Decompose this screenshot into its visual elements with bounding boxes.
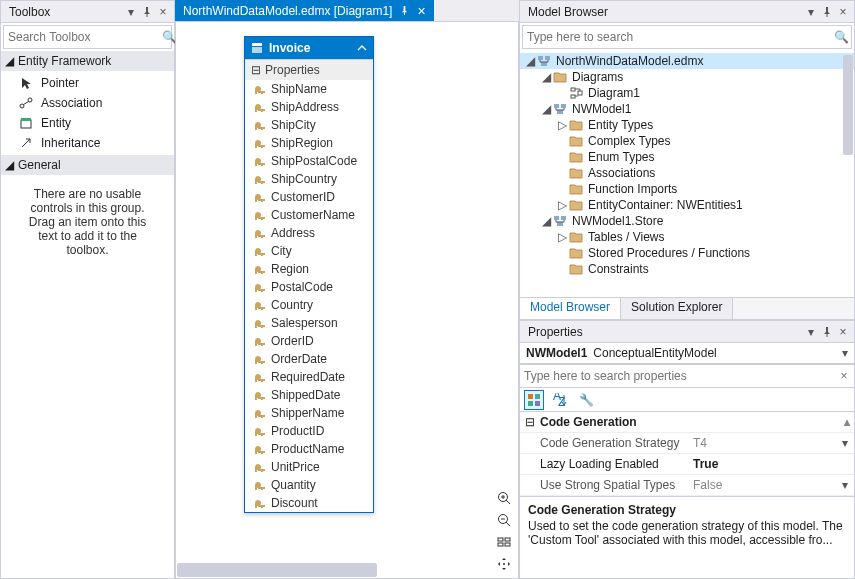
property-row[interactable]: Use Strong Spatial TypesFalse▾ [520, 475, 854, 496]
entity-property[interactable]: ShippedDate [245, 386, 373, 404]
collapse-icon[interactable]: ⊟ [524, 415, 536, 429]
expand-icon[interactable]: ◢ [5, 54, 14, 68]
toolbox-item[interactable]: Entity [1, 113, 174, 133]
expand-icon[interactable]: ◢ [540, 70, 552, 84]
collapse-icon[interactable]: ⊟ [251, 63, 261, 77]
diagram-canvas[interactable]: Invoice ⊟ Properties ShipNameShipAddress… [175, 22, 519, 579]
panel-tab[interactable]: Solution Explorer [621, 298, 733, 319]
entity-property[interactable]: UnitPrice [245, 458, 373, 476]
alphabetical-icon[interactable]: AZ [550, 390, 570, 410]
properties-search[interactable]: × [520, 364, 854, 388]
categorized-icon[interactable] [524, 390, 544, 410]
entity-property[interactable]: ProductID [245, 422, 373, 440]
toolbox-group-header[interactable]: ◢Entity Framework [1, 51, 174, 71]
tree-item[interactable]: Function Imports [520, 181, 854, 197]
model-browser-search-input[interactable] [523, 30, 831, 44]
expand-icon[interactable]: ▷ [556, 118, 568, 132]
tree-item[interactable]: Stored Procedures / Functions [520, 245, 854, 261]
expand-icon[interactable]: ◢ [5, 158, 14, 172]
collapse-icon[interactable] [357, 43, 367, 53]
properties-search-input[interactable] [520, 369, 834, 383]
close-icon[interactable]: × [836, 5, 850, 19]
entity-property[interactable]: ShipName [245, 80, 373, 98]
toolbox-item[interactable]: Pointer [1, 73, 174, 93]
property-row[interactable]: Code Generation StrategyT4▾ [520, 433, 854, 454]
toolbox-item[interactable]: Inheritance [1, 133, 174, 153]
entity-property[interactable]: RequiredDate [245, 368, 373, 386]
expand-icon[interactable]: ◢ [540, 214, 552, 228]
entity-property[interactable]: Address [245, 224, 373, 242]
tree-item[interactable]: Enum Types [520, 149, 854, 165]
close-icon[interactable]: × [417, 3, 425, 19]
document-tab[interactable]: NorthWindDataModel.edmx [Diagram1] × [175, 0, 434, 21]
tree-item[interactable]: ◢NorthWindDataModel.edmx [520, 53, 854, 69]
dropdown-icon[interactable]: ▾ [842, 436, 848, 450]
properties-object-selector[interactable]: NWModel1 ConceptualEntityModel ▾ [520, 343, 854, 364]
tree-item[interactable]: ▷Tables / Views [520, 229, 854, 245]
search-icon[interactable]: 🔍 [831, 30, 851, 44]
dropdown-icon[interactable]: ▾ [842, 346, 848, 360]
entity-property[interactable]: PostalCode [245, 278, 373, 296]
property-value[interactable]: T4▾ [687, 433, 854, 453]
pin-icon[interactable] [820, 5, 834, 19]
close-icon[interactable]: × [156, 5, 170, 19]
pin-icon[interactable] [400, 6, 409, 15]
entity-property[interactable]: City [245, 242, 373, 260]
entity-property[interactable]: Discount [245, 494, 373, 512]
tree-item[interactable]: Associations [520, 165, 854, 181]
tree-item[interactable]: ▷EntityContainer: NWEntities1 [520, 197, 854, 213]
entity-property[interactable]: CustomerName [245, 206, 373, 224]
tree-item[interactable]: ▷Entity Types [520, 117, 854, 133]
dropdown-icon[interactable]: ▾ [804, 5, 818, 19]
entity-property[interactable]: Quantity [245, 476, 373, 494]
entity-property[interactable]: ShipCountry [245, 170, 373, 188]
property-category-row[interactable]: ⊟ Code Generation ▴ [520, 412, 854, 433]
zoom-in-icon[interactable] [496, 490, 512, 506]
entity-property[interactable]: ProductName [245, 440, 373, 458]
expand-icon[interactable]: ◢ [540, 102, 552, 116]
clear-icon[interactable]: × [834, 369, 854, 383]
dropdown-icon[interactable]: ▾ [804, 325, 818, 339]
property-row[interactable]: Lazy Loading EnabledTrue [520, 454, 854, 475]
wrench-icon[interactable]: 🔧 [576, 390, 596, 410]
entity-section-header[interactable]: ⊟ Properties [245, 59, 373, 80]
fit-icon[interactable] [496, 534, 512, 550]
model-browser-tree[interactable]: ◢NorthWindDataModel.edmx◢DiagramsDiagram… [520, 51, 854, 297]
entity-property[interactable]: CustomerID [245, 188, 373, 206]
tree-item[interactable]: Diagram1 [520, 85, 854, 101]
property-value[interactable]: True [687, 454, 854, 474]
tree-item[interactable]: Complex Types [520, 133, 854, 149]
close-icon[interactable]: × [836, 325, 850, 339]
model-browser-search[interactable]: 🔍 [522, 25, 852, 49]
entity-header[interactable]: Invoice [245, 37, 373, 59]
entity-property[interactable]: ShipPostalCode [245, 152, 373, 170]
pin-icon[interactable] [140, 5, 154, 19]
entity-box[interactable]: Invoice ⊟ Properties ShipNameShipAddress… [244, 36, 374, 513]
entity-property[interactable]: Region [245, 260, 373, 278]
vertical-scrollbar[interactable] [842, 51, 854, 297]
entity-property[interactable]: ShipRegion [245, 134, 373, 152]
entity-property[interactable]: Salesperson [245, 314, 373, 332]
tree-item[interactable]: ◢Diagrams [520, 69, 854, 85]
entity-property[interactable]: OrderID [245, 332, 373, 350]
expand-icon[interactable]: ◢ [524, 54, 536, 68]
tree-item[interactable]: Constraints [520, 261, 854, 277]
pin-icon[interactable] [820, 325, 834, 339]
entity-property[interactable]: Country [245, 296, 373, 314]
zoom-out-icon[interactable] [496, 512, 512, 528]
entity-property[interactable]: ShipAddress [245, 98, 373, 116]
tree-item[interactable]: ◢NWModel1 [520, 101, 854, 117]
toolbox-search-input[interactable] [4, 30, 162, 44]
toolbox-group-header[interactable]: ◢General [1, 155, 174, 175]
entity-property[interactable]: ShipCity [245, 116, 373, 134]
toolbox-search[interactable]: 🔍 [3, 25, 172, 49]
entity-property[interactable]: OrderDate [245, 350, 373, 368]
property-value[interactable]: False▾ [687, 475, 854, 495]
scroll-up-icon[interactable]: ▴ [844, 415, 850, 429]
dropdown-icon[interactable]: ▾ [124, 5, 138, 19]
horizontal-scrollbar[interactable] [176, 562, 518, 578]
tree-item[interactable]: ◢NWModel1.Store [520, 213, 854, 229]
toolbox-item[interactable]: Association [1, 93, 174, 113]
expand-icon[interactable]: ▷ [556, 198, 568, 212]
panel-tab[interactable]: Model Browser [520, 298, 621, 319]
